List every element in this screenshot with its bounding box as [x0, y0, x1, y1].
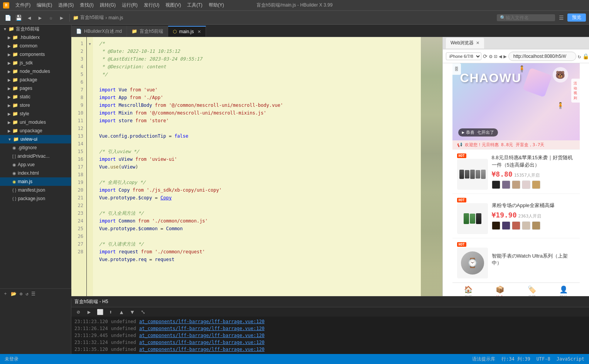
refresh-browser-icon[interactable]: ↻: [578, 52, 581, 61]
menu-edit[interactable]: 编辑(E): [37, 2, 52, 8]
menu-find[interactable]: 查找(I): [80, 2, 93, 8]
minimap-content: [421, 37, 442, 296]
menu-run[interactable]: 运行(R): [122, 2, 138, 8]
sidebar-item-package[interactable]: ▶ 📁 package: [0, 76, 71, 84]
browser-tab[interactable]: Web浏览器 ✕: [446, 38, 484, 49]
back-btn[interactable]: ◀: [25, 13, 34, 22]
menu-tools[interactable]: 工具(T): [187, 2, 202, 8]
sidebar-item-unpackage[interactable]: ▶ 📁 unpackage: [0, 126, 71, 135]
close-browser-tab-icon[interactable]: ✕: [476, 40, 479, 46]
nav-home[interactable]: 🏠 首页: [452, 283, 484, 296]
tab-hbuilderx-md[interactable]: 📄 HBuilderX自述.md: [71, 26, 127, 37]
sidebar-item-node-modules[interactable]: ▶ 📁 node_modules: [0, 67, 71, 76]
address-input[interactable]: [508, 52, 576, 61]
sidebar-item-label: components: [20, 52, 45, 57]
device-select[interactable]: iPhone 6/7/8iPhone XiPadCustom: [446, 52, 481, 60]
sidebar-root[interactable]: ▼ 📁 盲盒h5前端: [0, 25, 71, 33]
activity-side-tab[interactable]: 活动视则: [571, 79, 580, 103]
product-item-2[interactable]: HOT 果粉专场のApple全家桶高爆: [452, 194, 580, 238]
login-status[interactable]: 未登录: [5, 356, 19, 362]
nav-box[interactable]: 📦 抽盒: [484, 283, 516, 296]
breadcrumb-project[interactable]: 盲盒h5前端: [80, 14, 104, 21]
product-title-1: 8.8元旦特惠&苹果15来袭｜好货随机一件（5连高爆必出）: [492, 154, 575, 168]
product-item-3[interactable]: HOT ⌚ 智能手表のWatch Ultra系列（上架中）: [452, 238, 580, 283]
menu-help[interactable]: 帮助(Y): [209, 2, 224, 8]
settings-browser-icon[interactable]: ⚙: [489, 52, 492, 61]
sidebar-item-pages[interactable]: ▶ 📁 pages: [0, 84, 71, 93]
new-file-btn[interactable]: 📄: [3, 13, 12, 22]
sidebar-item-components[interactable]: ▶ 📁 components: [0, 50, 71, 59]
sidebar-item-uni-modules[interactable]: ▶ 📁 uni_modules: [0, 118, 71, 126]
console-link-1[interactable]: at_components/lff-barrage/lff-barrage.vu…: [139, 318, 265, 325]
bookmark-sidebar-icon[interactable]: ☰: [31, 291, 35, 297]
pause-icon[interactable]: ⊘: [74, 308, 82, 316]
menu-jump[interactable]: 跳转(G): [100, 2, 116, 8]
tab-main-js[interactable]: ⬡ main.js ✕: [168, 26, 206, 37]
code-area[interactable]: /* * @Date: 2022-10-11 10:15:12 * @LastE…: [93, 37, 421, 296]
browser-forward-icon[interactable]: ▶: [503, 52, 506, 61]
sidebar-item-package-json[interactable]: ▶ { } package.json: [0, 194, 71, 203]
nav-profile[interactable]: 👤 我的: [548, 283, 580, 296]
run-btn[interactable]: ▶: [57, 13, 66, 22]
code-line-10: import Mixin from '@/common/mescroll-uni…: [99, 110, 415, 117]
sidebar-item-uview-ui[interactable]: ▼ 📁 uview-ui: [0, 135, 71, 143]
settings-icon[interactable]: ⚙: [20, 291, 22, 297]
down-icon[interactable]: ▼: [128, 308, 136, 316]
sidebar-item-js-sdk[interactable]: ▶ 📁 js_sdk: [0, 59, 71, 67]
language-status[interactable]: JavaScript: [557, 356, 584, 362]
grammar-status[interactable]: 语法提示库: [472, 356, 495, 362]
menu-view[interactable]: 视图(V): [165, 2, 181, 8]
fullscreen-icon[interactable]: ⊡: [494, 52, 497, 61]
bottom-tab-console[interactable]: 盲盒h5前端 - H5: [74, 298, 108, 305]
add-project-icon[interactable]: ＋: [3, 290, 8, 297]
bookmark-btn[interactable]: ☆: [46, 13, 56, 22]
copy-link[interactable]: Copy: [160, 195, 172, 201]
menu-publish[interactable]: 发行(U): [144, 2, 160, 8]
breadcrumb-file[interactable]: main.js: [108, 15, 123, 20]
sidebar-item-label: static: [20, 94, 30, 99]
search-input[interactable]: [506, 15, 552, 20]
marquee-text: 欢迎您！元旦特惠 8.8元 开盲盒，3-7天: [465, 142, 545, 148]
console-link-5[interactable]: at_components/lff-barrage/lff-barrage.vu…: [139, 346, 265, 353]
explorer-icon[interactable]: 📂: [11, 291, 17, 297]
forward-btn[interactable]: ▶: [35, 13, 45, 22]
stop-icon[interactable]: ⬜: [96, 308, 104, 316]
sidebar-item-app-vue[interactable]: ▶ ◉ App.vue: [0, 160, 71, 169]
position-status[interactable]: 行:34 列:39: [501, 356, 530, 362]
product-item-1[interactable]: HOT: [452, 150, 580, 194]
upload-icon[interactable]: ⬆: [107, 308, 115, 316]
console-link-4[interactable]: at_components/lff-barrage/lff-barrage.vu…: [139, 339, 265, 346]
lock-icon[interactable]: 🔒: [582, 52, 589, 61]
sidebar-item-store[interactable]: ▶ 📁 store: [0, 101, 71, 110]
sidebar-item-static[interactable]: ▶ 📁 static: [0, 93, 71, 101]
save-btn[interactable]: 💾: [14, 13, 23, 22]
sidebar-item-gitignore[interactable]: ▶ ◉ .gitignore: [0, 143, 71, 152]
sidebar-item-hbuilderx[interactable]: ▶ 📁 .hbuilderx: [0, 33, 71, 42]
rotate-icon[interactable]: ⟳: [483, 52, 488, 61]
sidebar-item-style[interactable]: ▶ 📁 style: [0, 110, 71, 118]
filter-btn[interactable]: ☰: [557, 13, 566, 22]
sidebar-item-main-js[interactable]: ▶ ◉ main.js: [0, 177, 71, 186]
sidebar-item-index-html[interactable]: ▶ ◉ index.html: [0, 169, 71, 177]
cabinet-icon[interactable]: 🗄: [452, 63, 461, 75]
refresh-icon[interactable]: ↺: [25, 291, 28, 297]
tab-project-folder[interactable]: 📁 盲盒h5前端: [127, 26, 168, 37]
code-line-18: [99, 171, 415, 179]
up-icon[interactable]: ▲: [118, 308, 125, 316]
console-link-2[interactable]: at_components/lff-barrage/lff-barrage.vu…: [139, 325, 265, 332]
encoding-status[interactable]: UTF-8: [537, 356, 550, 362]
sidebar-item-common[interactable]: ▶ 📁 common: [0, 42, 71, 50]
sidebar-item-manifest-json[interactable]: ▶ { } manifest.json: [0, 186, 71, 194]
sidebar-item-android-privac[interactable]: ▶ [ ] androidPrivac...: [0, 152, 71, 160]
file-search[interactable]: 🔍: [497, 14, 555, 21]
collapse-icon[interactable]: ⤡: [139, 308, 147, 316]
nav-brand[interactable]: 🏷️ 品牌: [516, 283, 548, 296]
menu-select[interactable]: 选择(S): [58, 2, 74, 8]
close-tab-icon[interactable]: ✕: [197, 29, 201, 34]
menu-file[interactable]: 文件(F): [15, 2, 30, 8]
fold-btn-1[interactable]: ▼: [87, 40, 93, 48]
browser-back-icon[interactable]: ◀: [499, 52, 502, 61]
preview-btn[interactable]: 预览: [567, 13, 586, 22]
run-console-icon[interactable]: ▶: [85, 308, 93, 316]
console-link-3[interactable]: at_components/lff-barrage/lff-barrage.vu…: [139, 332, 265, 339]
